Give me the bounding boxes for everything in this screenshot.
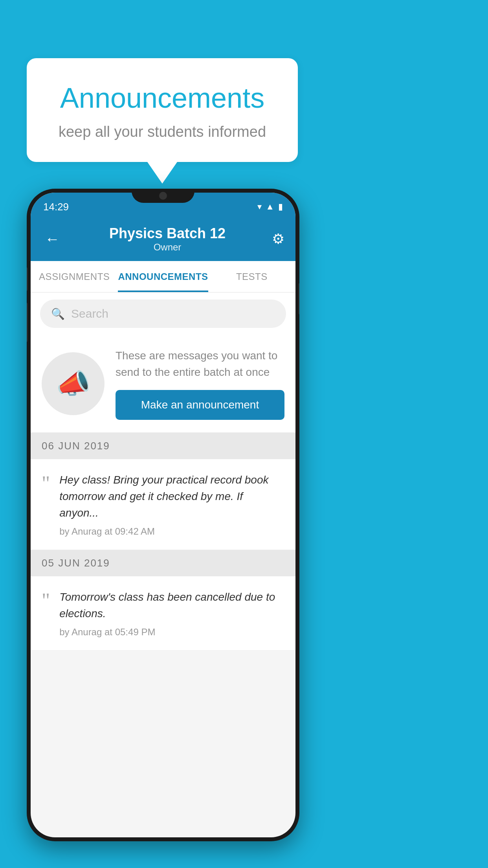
phone-frame: 14:29 ▾ ▲ ▮ ← Physics Batch 12 Owner ⚙ A… — [27, 189, 299, 841]
date-separator-2: 05 JUN 2019 — [31, 550, 295, 576]
battery-icon: ▮ — [278, 202, 283, 212]
announcement-content-2: Tomorrow's class has been cancelled due … — [59, 589, 284, 638]
announcement-meta-1: by Anurag at 09:42 AM — [59, 526, 284, 537]
announcement-text-2: Tomorrow's class has been cancelled due … — [59, 589, 284, 622]
header-subtitle: Owner — [109, 242, 226, 253]
tab-announcements[interactable]: ANNOUNCEMENTS — [118, 261, 208, 292]
back-button[interactable]: ← — [42, 228, 63, 251]
date-label-1: 06 JUN 2019 — [42, 440, 110, 452]
speech-bubble: Announcements keep all your students inf… — [27, 58, 298, 162]
date-separator-1: 06 JUN 2019 — [31, 433, 295, 459]
announcement-item-2[interactable]: " Tomorrow's class has been cancelled du… — [31, 576, 295, 651]
front-camera — [159, 192, 167, 200]
quote-icon-2: " — [42, 590, 50, 611]
megaphone-icon: 📣 — [42, 352, 105, 415]
make-announcement-button[interactable]: Make an announcement — [116, 390, 284, 420]
content-area: 🔍 Search 📣 These are messages you want t… — [31, 292, 295, 651]
announcement-meta-2: by Anurag at 05:49 PM — [59, 627, 284, 638]
search-bar[interactable]: 🔍 Search — [40, 300, 286, 328]
announcement-item-1[interactable]: " Hey class! Bring your practical record… — [31, 459, 295, 550]
header-title: Physics Batch 12 — [109, 225, 226, 242]
app-header: ← Physics Batch 12 Owner ⚙ — [31, 217, 295, 261]
quote-icon-1: " — [42, 473, 50, 494]
tab-assignments[interactable]: ASSIGNMENTS — [31, 261, 118, 292]
speech-bubble-arrow — [147, 162, 177, 184]
search-container: 🔍 Search — [31, 292, 295, 335]
phone-screen: 14:29 ▾ ▲ ▮ ← Physics Batch 12 Owner ⚙ A… — [31, 193, 295, 837]
speech-bubble-container: Announcements keep all your students inf… — [27, 58, 298, 184]
signal-icon: ▲ — [266, 202, 274, 212]
promo-right: These are messages you want to send to t… — [116, 348, 284, 420]
announcement-text-1: Hey class! Bring your practical record b… — [59, 472, 284, 521]
settings-button[interactable]: ⚙ — [272, 231, 284, 247]
volume-down-button — [27, 303, 28, 342]
date-label-2: 05 JUN 2019 — [42, 557, 110, 569]
tabs-bar: ASSIGNMENTS ANNOUNCEMENTS TESTS — [31, 261, 295, 292]
status-icons: ▾ ▲ ▮ — [257, 202, 283, 212]
phone-notch — [132, 189, 194, 203]
announcement-content-1: Hey class! Bring your practical record b… — [59, 472, 284, 537]
announcement-promo: 📣 These are messages you want to send to… — [31, 335, 295, 433]
promo-description: These are messages you want to send to t… — [116, 348, 284, 381]
volume-up-button — [27, 267, 28, 291]
power-button — [299, 283, 299, 314]
search-input[interactable]: Search — [71, 307, 108, 320]
tab-tests[interactable]: TESTS — [208, 261, 295, 292]
wifi-icon: ▾ — [257, 202, 262, 212]
search-icon: 🔍 — [51, 307, 65, 320]
speech-bubble-subtitle: keep all your students informed — [46, 123, 278, 140]
speech-bubble-title: Announcements — [46, 82, 278, 114]
header-center: Physics Batch 12 Owner — [109, 225, 226, 253]
status-time: 14:29 — [43, 201, 69, 213]
